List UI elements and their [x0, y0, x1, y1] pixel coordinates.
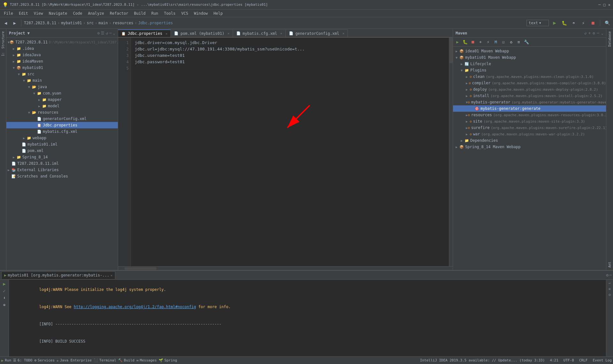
menu-refactor[interactable]: Refactor [107, 11, 131, 16]
tree-item-main[interactable]: ▼ 📁 main [6, 77, 118, 84]
minimize-btn[interactable]: ─ [598, 3, 601, 7]
tree-item-mybatis01[interactable]: ▼ 📦 mybatis01 [6, 64, 118, 71]
editor-scrollbar[interactable] [449, 38, 453, 266]
maven-plus-btn[interactable]: + [477, 39, 484, 45]
tree-item-rootxml[interactable]: ▶ 📄 T287.2023.8.11.iml [6, 160, 118, 167]
tree-item-ideajava[interactable]: ▶ 📁 ideaJava [6, 52, 118, 58]
run-play-btn[interactable]: ▶ [2, 281, 7, 287]
maven-plugins[interactable]: ▼ 📁 Plugins [453, 67, 606, 73]
maven-idea01[interactable]: ▶ 📦 idea01 Maven Webapp [453, 48, 606, 54]
tree-item-root[interactable]: ▼ 📦 T287.2023.8.11 D:\MyWork\Workspace\Y… [6, 39, 118, 45]
tab-pom[interactable]: 📄 pom.xml (mybatis01) ✕ [171, 29, 233, 37]
menu-window[interactable]: Window [191, 11, 210, 16]
sync-icon[interactable]: ↺ [106, 31, 108, 35]
tab-close-icon[interactable]: ✕ [342, 32, 344, 35]
menu-run[interactable]: Run [149, 11, 161, 16]
profile-btn[interactable]: ⚡ [579, 19, 587, 27]
terminal-bar-item[interactable]: ⬛ Terminal [94, 358, 116, 362]
spring-bar-item[interactable]: 🌱 Spring [159, 358, 177, 362]
maven-install[interactable]: ▶ ⚙ install (org.apache.maven.plugins:ma… [453, 93, 606, 99]
messages-bar-item[interactable]: ✉ Messages [136, 358, 157, 362]
run-scroll-btn[interactable]: ⬇ [2, 295, 7, 301]
maximize-btn[interactable]: □ [603, 3, 606, 7]
tree-item-comyuan[interactable]: ▼ 📁 com.yuan [6, 90, 118, 96]
tree-item-src[interactable]: ▼ 📁 src [6, 71, 118, 77]
hierarchy-tab[interactable]: 1: [1, 51, 5, 57]
services-bar-item[interactable]: ⚙ Services [34, 358, 55, 362]
maven-close-icon[interactable]: ─ [597, 31, 599, 35]
run-btn[interactable]: ▶ [551, 19, 558, 27]
search-everywhere-btn[interactable]: 🔍 [603, 19, 611, 27]
tree-item-generatorconfig[interactable]: ▶ 📄 generatorConfig.xml [6, 116, 118, 122]
maven-add-icon[interactable]: + [588, 31, 591, 35]
maven-surefire[interactable]: ▶ ⚙ surefire (org.apache.maven.plugins:m… [453, 125, 606, 131]
text-dropdown[interactable]: text ▼ [526, 20, 549, 26]
maven-refresh-icon[interactable]: ↺ [584, 31, 587, 35]
menu-vcs[interactable]: VCS [179, 11, 191, 16]
breadcrumb-src[interactable]: src [87, 21, 94, 25]
menu-file[interactable]: File [1, 11, 16, 16]
structure-tab[interactable]: Structure [1, 30, 5, 50]
run-tab[interactable]: ▶ mybatis01 [org.mybatis.generator:mybat… [1, 271, 115, 279]
wrap-btn[interactable]: ↩ [609, 281, 611, 285]
close-panel-icon[interactable]: ─ [110, 31, 112, 35]
database-tab[interactable]: Database [607, 30, 612, 48]
maven-align-btn[interactable]: ≡ [516, 39, 522, 45]
maven-mybatis01[interactable]: ▼ 📦 mybatis01 Maven Webapp [453, 54, 606, 61]
maven-mybatis-generator[interactable]: ▼ ⚙ mybatis-generator (org.mybatis.gener… [453, 99, 606, 105]
tree-item-spring[interactable]: ▶ 📁 Spring_8_14 [6, 154, 118, 160]
tab-close-icon[interactable]: ✕ [280, 32, 282, 35]
tree-item-model[interactable]: ▶ 📁 model [6, 103, 118, 109]
maven-toggle-btn[interactable]: ☑ [500, 39, 507, 45]
tree-item-mybatiscfg[interactable]: ▶ 📄 mybatis.cfg.xml [6, 128, 118, 135]
console-link[interactable]: http://logging.apache.org/log4j/1.2/faq.… [74, 305, 196, 309]
tree-item-java[interactable]: ▼ 📂 java [6, 84, 118, 90]
tab-generator[interactable]: 📄 generatorConfig.xml ✕ [286, 29, 348, 37]
maven-generate-goal[interactable]: ▶ 🎯 mybatis-generator:generate [453, 105, 606, 112]
breadcrumb-project[interactable]: T287.2023.8.11 [24, 21, 56, 25]
maven-run-btn[interactable]: ▶ [454, 39, 461, 45]
tree-item-scratches[interactable]: ▶ 📝 Scratches and Consoles [6, 173, 118, 179]
debug-btn[interactable]: 🐛 [560, 19, 568, 27]
run-filter-btn[interactable]: ⊕ [2, 302, 7, 308]
build-bar-item[interactable]: 🔨 Build [118, 358, 134, 362]
maven-clean[interactable]: ▶ ⚙ clean (org.apache.maven.plugins:mave… [453, 73, 606, 80]
menu-analyze[interactable]: Analyze [85, 11, 107, 16]
menu-navigate[interactable]: Navigate [46, 11, 70, 16]
java-enterprise-bar-item[interactable]: ☕ Java Enterprise [57, 358, 92, 362]
run-with-coverage-btn[interactable]: ☂ [570, 19, 578, 27]
stop-btn[interactable]: ⏹ [589, 19, 597, 27]
maven-settings-icon[interactable]: ⚙ [593, 31, 595, 35]
run-minimize-icon[interactable]: ─ [609, 273, 612, 277]
forward-btn[interactable]: ▶ [11, 19, 19, 27]
menu-view[interactable]: View [31, 11, 46, 16]
maven-debug-btn[interactable]: 🐛 [462, 39, 468, 45]
tab-close-icon[interactable]: ✕ [228, 32, 230, 35]
maven-dependencies[interactable]: ▶ 📁 Dependencies [453, 137, 606, 144]
maven-letter-m-btn[interactable]: M [493, 39, 499, 45]
tab-close-icon[interactable]: ✕ [165, 32, 167, 35]
ant-tab[interactable]: Ant [607, 261, 612, 269]
minimize-panel-icon[interactable]: ⌄ [113, 31, 115, 35]
tree-item-extlibs[interactable]: ▶ 📚 External Libraries [6, 167, 118, 173]
maven-war[interactable]: ▶ ⚙ war (org.apache.maven.plugins:maven-… [453, 131, 606, 137]
breadcrumb-file[interactable]: Jdbc.properties [138, 21, 173, 25]
tree-item-mapper[interactable]: ▶ 📁 mapper [6, 96, 118, 103]
tree-item-ideamaven[interactable]: ▶ 📁 ideaMaven [6, 58, 118, 64]
tab-mybatis[interactable]: 📄 mybatis.cfg.xml ✕ [233, 29, 286, 37]
menu-build[interactable]: Build [132, 11, 148, 16]
maven-spring[interactable]: ▶ 📦 Spring_8_14 Maven Webapp [453, 144, 606, 150]
editor-scrollbar-bottom[interactable] [118, 266, 453, 270]
maven-wrench-btn[interactable]: 🔧 [523, 39, 530, 45]
tree-item-mybatisoixml[interactable]: ▶ 📄 mybatis01.iml [6, 141, 118, 148]
maven-execute-icon[interactable]: ⚡ [485, 39, 491, 45]
maven-compiler[interactable]: ▶ ⚙ compiler (org.apache.maven.plugins:m… [453, 80, 606, 86]
menu-help[interactable]: Help [211, 11, 225, 16]
editor[interactable]: 1 2 3 4 5 jdbc.driver=com.mysql.jdbc.Dri… [118, 38, 453, 266]
breadcrumb-resources[interactable]: resources [113, 21, 133, 25]
menu-tools[interactable]: Tools [162, 11, 178, 16]
window-controls[interactable]: ─ □ ✕ [598, 3, 610, 7]
breadcrumb-main[interactable]: main [99, 21, 108, 25]
menu-code[interactable]: Code [71, 11, 85, 16]
back-btn[interactable]: ◀ [2, 19, 10, 27]
